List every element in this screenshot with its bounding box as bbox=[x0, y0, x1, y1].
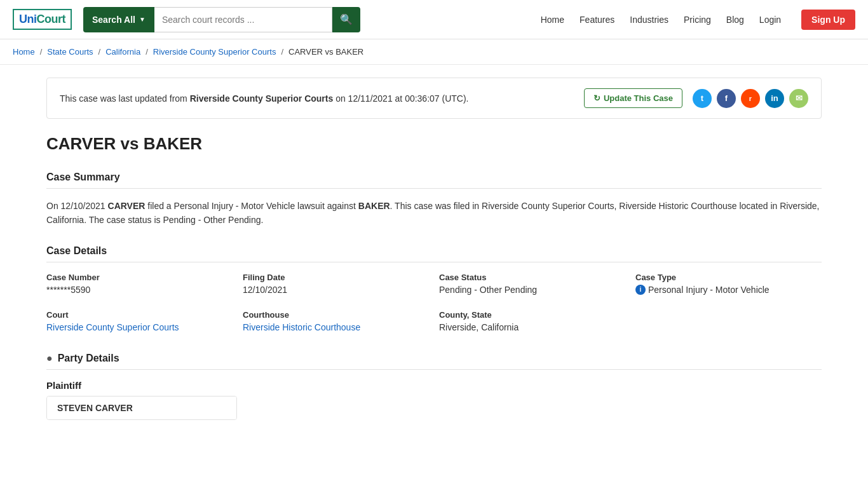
nav-features[interactable]: Features bbox=[580, 15, 614, 25]
signup-button[interactable]: Sign Up bbox=[801, 10, 855, 30]
summary-plaintiff: CARVER bbox=[108, 201, 146, 211]
breadcrumb-sep-1: / bbox=[40, 47, 43, 57]
case-summary-text: On 12/10/2021 CARVER filed a Personal In… bbox=[46, 199, 822, 227]
summary-date: On 12/10/2021 bbox=[46, 201, 108, 211]
search-button[interactable]: 🔍 bbox=[332, 7, 360, 32]
party-details-section: ● Party Details Plaintiff STEVEN CARVER bbox=[46, 353, 822, 422]
details-divider bbox=[46, 262, 822, 262]
header: UniCourt Search All ▼ 🔍 Home Features In… bbox=[0, 0, 868, 39]
nav-pricing[interactable]: Pricing bbox=[684, 15, 711, 25]
detail-filing-date-label: Filing Date bbox=[243, 273, 429, 282]
detail-courthouse: Courthouse Riverside Historic Courthouse bbox=[243, 310, 429, 332]
breadcrumb-state-courts[interactable]: State Courts bbox=[47, 47, 93, 57]
summary-filed: filed a Personal Injury - Motor Vehicle … bbox=[145, 201, 358, 211]
update-banner-text: This case was last updated from Riversid… bbox=[60, 93, 469, 104]
facebook-share-button[interactable]: f bbox=[717, 89, 736, 108]
update-case-label: Update This Case bbox=[604, 93, 673, 103]
detail-county-state: County, State Riverside, California bbox=[439, 310, 625, 332]
breadcrumb-sep-2: / bbox=[98, 47, 101, 57]
logo-court: Court bbox=[37, 13, 66, 25]
party-divider bbox=[46, 369, 822, 370]
detail-case-number-label: Case Number bbox=[46, 273, 233, 282]
detail-county-state-label: County, State bbox=[439, 310, 625, 320]
twitter-share-button[interactable]: t bbox=[693, 89, 712, 108]
detail-filing-date: Filing Date 12/10/2021 bbox=[243, 273, 429, 295]
detail-court-link[interactable]: Riverside County Superior Courts bbox=[46, 322, 179, 332]
chevron-down-icon: ▼ bbox=[139, 16, 146, 23]
social-icons: t f r in ✉ bbox=[693, 89, 808, 108]
search-area: Search All ▼ 🔍 bbox=[83, 7, 360, 32]
main-nav: Home Features Industries Pricing Blog Lo… bbox=[541, 10, 855, 30]
person-icon: ● bbox=[46, 353, 53, 364]
info-icon: i bbox=[635, 285, 646, 295]
breadcrumb-sep-3: / bbox=[146, 47, 148, 57]
detail-court: Court Riverside County Superior Courts bbox=[46, 310, 233, 332]
case-details-section: Case Details Case Number *******5590 Fil… bbox=[46, 245, 822, 332]
party-details-heading: ● Party Details bbox=[46, 353, 822, 364]
reddit-share-button[interactable]: r bbox=[741, 89, 760, 108]
search-all-label: Search All bbox=[92, 15, 135, 25]
party-table: STEVEN CARVER bbox=[46, 396, 237, 420]
detail-case-type-value: i Personal Injury - Motor Vehicle bbox=[635, 285, 822, 295]
logo[interactable]: UniCourt bbox=[13, 9, 72, 30]
detail-county-state-value: Riverside, California bbox=[439, 322, 625, 332]
case-details-heading: Case Details bbox=[46, 245, 822, 257]
update-banner-actions: ↻ Update This Case t f r in ✉ bbox=[584, 88, 808, 108]
summary-divider bbox=[46, 188, 822, 189]
summary-defendant: BAKER bbox=[358, 201, 390, 211]
detail-case-type-text: Personal Injury - Motor Vehicle bbox=[648, 285, 770, 295]
nav-blog[interactable]: Blog bbox=[726, 15, 744, 25]
plaintiff-heading: Plaintiff bbox=[46, 380, 822, 391]
breadcrumb-california[interactable]: California bbox=[105, 47, 140, 57]
party-details-label: Party Details bbox=[58, 353, 119, 364]
case-title: CARVER vs BAKER bbox=[46, 134, 822, 154]
nav-industries[interactable]: Industries bbox=[630, 15, 668, 25]
detail-case-status-value: Pending - Other Pending bbox=[439, 285, 625, 295]
update-text-before: This case was last updated from bbox=[60, 93, 190, 104]
main-content: This case was last updated from Riversid… bbox=[34, 65, 834, 447]
logo-uni: Uni bbox=[19, 13, 37, 25]
update-text-after: on 12/11/2021 at 00:36:07 (UTC). bbox=[333, 93, 468, 104]
case-summary-heading: Case Summary bbox=[46, 172, 822, 183]
search-input[interactable] bbox=[154, 7, 332, 32]
detail-courthouse-label: Courthouse bbox=[243, 310, 429, 320]
detail-case-number-value: *******5590 bbox=[46, 285, 233, 295]
detail-courthouse-value: Riverside Historic Courthouse bbox=[243, 322, 429, 332]
breadcrumb: Home / State Courts / California / River… bbox=[0, 39, 868, 65]
detail-case-number: Case Number *******5590 bbox=[46, 273, 233, 295]
case-summary-section: Case Summary On 12/10/2021 CARVER filed … bbox=[46, 172, 822, 227]
breadcrumb-sep-4: / bbox=[281, 47, 283, 57]
detail-court-value: Riverside County Superior Courts bbox=[46, 322, 233, 332]
update-case-button[interactable]: ↻ Update This Case bbox=[584, 88, 682, 108]
breadcrumb-current: CARVER vs BAKER bbox=[288, 47, 363, 57]
detail-case-type-label: Case Type bbox=[635, 273, 822, 282]
nav-home[interactable]: Home bbox=[541, 15, 564, 25]
update-banner: This case was last updated from Riversid… bbox=[46, 78, 822, 119]
detail-case-status-label: Case Status bbox=[439, 273, 625, 282]
breadcrumb-home[interactable]: Home bbox=[13, 47, 35, 57]
search-all-button[interactable]: Search All ▼ bbox=[83, 7, 154, 32]
breadcrumb-riverside[interactable]: Riverside County Superior Courts bbox=[153, 47, 276, 57]
case-details-grid: Case Number *******5590 Filing Date 12/1… bbox=[46, 273, 822, 332]
email-share-button[interactable]: ✉ bbox=[789, 89, 808, 108]
party-table-row: STEVEN CARVER bbox=[47, 396, 236, 419]
detail-case-status: Case Status Pending - Other Pending bbox=[439, 273, 625, 295]
logo-box: UniCourt bbox=[13, 9, 72, 30]
detail-filing-date-value: 12/10/2021 bbox=[243, 285, 429, 295]
search-icon: 🔍 bbox=[340, 13, 353, 25]
update-court-name: Riverside County Superior Courts bbox=[190, 93, 334, 104]
refresh-icon: ↻ bbox=[593, 93, 600, 103]
detail-courthouse-link[interactable]: Riverside Historic Courthouse bbox=[243, 322, 360, 332]
detail-court-label: Court bbox=[46, 310, 233, 320]
linkedin-share-button[interactable]: in bbox=[765, 89, 784, 108]
detail-case-type: Case Type i Personal Injury - Motor Vehi… bbox=[635, 273, 822, 295]
nav-login[interactable]: Login bbox=[759, 15, 781, 25]
